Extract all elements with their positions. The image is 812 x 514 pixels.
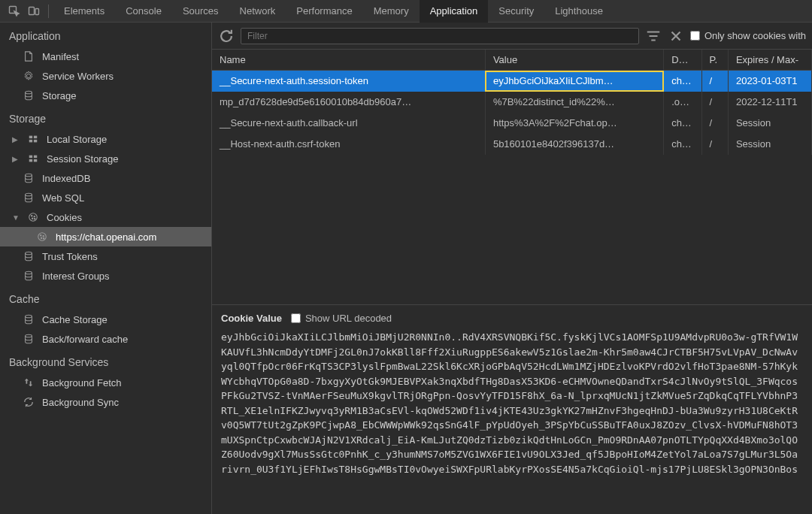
cookie-value-text[interactable]: eyJhbGciOiJkaXIiLCJlbmMiOiJBMjU2R0NNIn0.…: [221, 330, 803, 476]
cookie-icon: [36, 231, 48, 243]
tab-console[interactable]: Console: [115, 0, 172, 23]
sidebar-item-label: Cookies: [47, 212, 82, 223]
sidebar-item-indexeddb[interactable]: IndexedDB: [0, 168, 211, 188]
sidebar-item-storage[interactable]: Storage: [0, 86, 211, 105]
table-row[interactable]: __Secure-next-auth.session-tokeneyJhbGci…: [212, 71, 812, 92]
only-show-cookies-label: Only show cookies with: [704, 30, 806, 41]
inspect-element-icon[interactable]: [5, 2, 24, 21]
sidebar-item-background-sync[interactable]: Background Sync: [0, 392, 211, 412]
cell-value: eyJhbGciOiJkaXIiLCJlbm…: [485, 71, 663, 92]
db-icon: [23, 250, 35, 262]
table-row[interactable]: mp_d7d7628de9d5e6160010b84db960a7…%7B%22…: [212, 92, 812, 113]
tab-sources[interactable]: Sources: [172, 0, 229, 23]
tab-performance[interactable]: Performance: [286, 0, 362, 23]
sync-icon: [23, 396, 35, 408]
table-row[interactable]: __Host-next-auth.csrf-token5b160101e8402…: [212, 134, 812, 155]
db-icon: [23, 313, 35, 325]
sidebar-item-cookies[interactable]: ▼Cookies: [0, 207, 211, 227]
sidebar-item-local-storage[interactable]: ▶Local Storage: [0, 129, 211, 149]
svg-rect-1: [29, 7, 35, 14]
tab-memory[interactable]: Memory: [363, 0, 420, 23]
svg-rect-9: [34, 156, 37, 159]
refresh-icon[interactable]: [218, 28, 235, 44]
grid-icon: [27, 153, 39, 165]
svg-point-17: [32, 218, 32, 219]
svg-point-26: [26, 315, 32, 318]
show-url-decoded-checkbox[interactable]: Show URL decoded: [291, 313, 392, 324]
sidebar-item-https-chat-openai-com[interactable]: https://chat.openai.com: [0, 227, 211, 246]
cell-domain: .op…: [664, 92, 701, 113]
expand-arrow-icon: ▶: [12, 135, 20, 144]
sidebar-item-label: Back/forward cache: [42, 334, 128, 345]
only-show-cookies-checkbox[interactable]: Only show cookies with: [690, 30, 806, 41]
cell-name: __Host-next-auth.csrf-token: [212, 134, 485, 155]
svg-rect-4: [29, 136, 32, 139]
col-header-name[interactable]: Name: [212, 50, 485, 71]
col-header-path[interactable]: P.: [701, 50, 728, 71]
db-icon: [23, 192, 35, 204]
svg-point-16: [34, 216, 35, 216]
cell-expires: Session: [728, 113, 811, 134]
sidebar-item-session-storage[interactable]: ▶Session Storage: [0, 149, 211, 168]
cookies-table: Name Value Do… P. Expires / Max- __Secur…: [212, 50, 812, 155]
col-header-expires[interactable]: Expires / Max-: [728, 50, 811, 71]
svg-point-23: [43, 237, 44, 238]
svg-point-21: [43, 235, 44, 236]
sidebar-item-background-fetch[interactable]: Background Fetch: [0, 373, 211, 392]
sidebar-section-title: Storage: [0, 105, 211, 129]
sidebar-item-label: IndexedDB: [42, 173, 90, 184]
svg-rect-7: [34, 140, 37, 143]
filter-input[interactable]: [241, 28, 639, 44]
sidebar-item-web-sql[interactable]: Web SQL: [0, 188, 211, 207]
filter-options-icon[interactable]: [645, 28, 662, 44]
svg-point-24: [26, 252, 32, 255]
tab-lighthouse[interactable]: Lighthouse: [544, 0, 614, 23]
file-icon: [23, 50, 35, 62]
cell-path: /: [701, 92, 728, 113]
cell-name: mp_d7d7628de9d5e6160010b84db960a7…: [212, 92, 485, 113]
grid-icon: [27, 133, 39, 145]
svg-rect-8: [29, 156, 32, 159]
col-header-value[interactable]: Value: [485, 50, 663, 71]
svg-point-18: [34, 218, 35, 219]
svg-point-14: [29, 213, 38, 222]
tab-application[interactable]: Application: [420, 0, 489, 23]
cell-domain: cha…: [664, 134, 701, 155]
sidebar-item-back-forward-cache[interactable]: Back/forward cache: [0, 329, 211, 349]
cell-name: __Secure-next-auth.session-token: [212, 71, 485, 92]
sidebar-item-label: Service Workers: [42, 71, 114, 82]
cell-value: %7B%22distinct_id%22%…: [485, 92, 663, 113]
cell-domain: cha…: [664, 113, 701, 134]
tab-elements[interactable]: Elements: [53, 0, 115, 23]
sidebar-item-manifest[interactable]: Manifest: [0, 47, 211, 66]
sidebar-item-label: https://chat.openai.com: [56, 231, 156, 243]
gear-icon: [23, 70, 35, 82]
col-header-domain[interactable]: Do…: [664, 50, 701, 71]
sidebar-item-label: Cache Storage: [42, 314, 108, 325]
tab-network[interactable]: Network: [229, 0, 286, 23]
clear-icon[interactable]: [668, 28, 684, 44]
sidebar-item-service-workers[interactable]: Service Workers: [0, 66, 211, 86]
svg-point-25: [26, 271, 32, 274]
sidebar-item-trust-tokens[interactable]: Trust Tokens: [0, 246, 211, 266]
cell-domain: cha…: [664, 71, 701, 92]
devtools-tab-bar: ElementsConsoleSourcesNetworkPerformance…: [0, 0, 812, 23]
cookies-toolbar: Only show cookies with: [212, 23, 812, 50]
sidebar-section-title: Cache: [0, 286, 211, 310]
cell-path: /: [701, 113, 728, 134]
tab-security[interactable]: Security: [488, 0, 544, 23]
db-icon: [23, 333, 35, 345]
svg-point-3: [26, 91, 32, 94]
device-toolbar-icon[interactable]: [24, 2, 44, 21]
application-sidebar: ApplicationManifestService WorkersStorag…: [0, 23, 212, 514]
sidebar-item-interest-groups[interactable]: Interest Groups: [0, 266, 211, 286]
svg-point-15: [32, 216, 32, 216]
show-url-decoded-label: Show URL decoded: [305, 313, 392, 324]
table-row[interactable]: __Secure-next-auth.callback-urlhttps%3A%…: [212, 113, 812, 134]
cell-name: __Secure-next-auth.callback-url: [212, 113, 485, 134]
db-icon: [23, 172, 35, 184]
sidebar-item-label: Session Storage: [47, 153, 118, 165]
db-icon: [23, 270, 35, 282]
sidebar-item-cache-storage[interactable]: Cache Storage: [0, 310, 211, 329]
svg-point-22: [41, 237, 41, 238]
